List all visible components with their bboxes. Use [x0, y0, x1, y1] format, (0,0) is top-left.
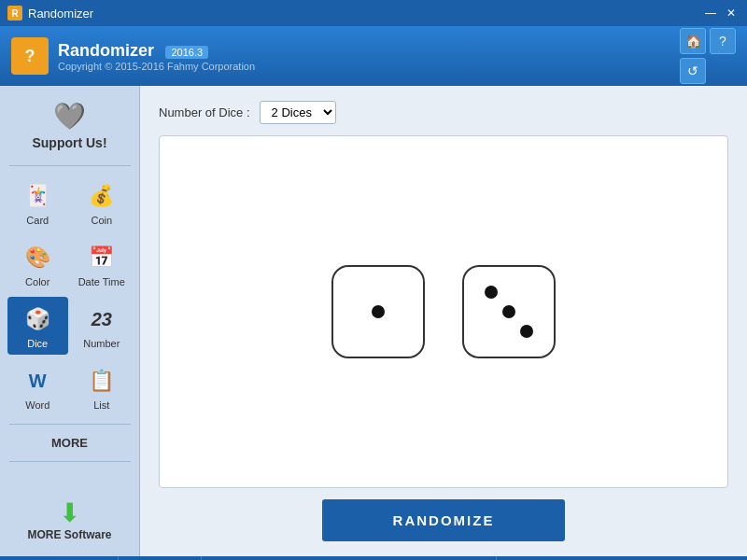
sidebar-grid: 🃏 Card 💰 Coin 🎨 Color 📅 Date Time 🎲 Dic	[0, 170, 139, 420]
header-title-row: Randomizer 2016.3	[58, 41, 255, 61]
dice-icon: 🎲	[21, 302, 54, 336]
dice-select[interactable]: 1 Dice 2 Dices 3 Dices 4 Dices 5 Dices	[260, 101, 336, 124]
heart-icon: 🩶	[32, 101, 106, 132]
dice-controls: Number of Dice : 1 Dice 2 Dices 3 Dices …	[159, 101, 728, 124]
sidebar-item-dice[interactable]: 🎲 Dice	[7, 297, 68, 355]
word-icon: W	[21, 364, 54, 398]
word-label: Word	[25, 399, 49, 411]
more-button[interactable]: MORE	[14, 432, 126, 454]
die1-dot1	[372, 305, 385, 318]
memory-status: Memory Usage : 52%	[0, 556, 119, 560]
app-icon: R	[7, 6, 22, 21]
randomize-button[interactable]: RANDOMIZE	[322, 499, 565, 541]
support-text: Support Us!	[32, 135, 106, 150]
sidebar-item-word[interactable]: W Word	[7, 358, 68, 416]
die2-dot3	[520, 325, 533, 338]
list-icon: 📋	[85, 364, 119, 398]
main-layout: 🩶 Support Us! 🃏 Card 💰 Coin 🎨 Color 📅	[0, 86, 747, 556]
sidebar-divider-1	[9, 165, 131, 166]
home-button[interactable]: 🏠	[680, 28, 706, 54]
datetime-icon: 📅	[85, 241, 119, 274]
header-right: 🏠 ? ↺	[680, 28, 736, 84]
card-icon: 🃏	[21, 179, 54, 213]
title-bar-text: Randomizer	[28, 7, 93, 21]
sidebar: 🩶 Support Us! 🃏 Card 💰 Coin 🎨 Color 📅	[0, 86, 140, 556]
sidebar-divider-2	[9, 424, 131, 425]
sidebar-item-datetime[interactable]: 📅 Date Time	[72, 235, 133, 293]
color-icon: 🎨	[21, 241, 54, 274]
header-buttons-2: ↺	[680, 58, 736, 84]
content-area: Number of Dice : 1 Dice 2 Dices 3 Dices …	[140, 86, 747, 556]
more-software-button[interactable]: ⬇ MORE Software	[27, 490, 111, 549]
window-controls: — ✕	[702, 5, 740, 21]
list-label: List	[93, 399, 109, 411]
power-status: Power : 100%	[119, 556, 202, 560]
number-icon: 23	[85, 302, 119, 336]
die-1	[331, 265, 425, 358]
title-bar: R Randomizer — ✕	[0, 0, 747, 26]
minimize-button[interactable]: —	[702, 5, 719, 21]
website-link[interactable]: http://FCorp.rajahost.biz	[619, 556, 747, 560]
card-label: Card	[26, 215, 49, 226]
header-info: Randomizer 2016.3 Copyright © 2015-2016 …	[58, 41, 255, 72]
sidebar-item-list[interactable]: 📋 List	[72, 358, 133, 416]
help-button[interactable]: ?	[710, 28, 736, 54]
header-left: ? Randomizer 2016.3 Copyright © 2015-201…	[11, 37, 255, 75]
app-logo: ?	[11, 37, 49, 75]
status-bar: Memory Usage : 52% Power : 100% System U…	[0, 556, 747, 560]
refresh-button[interactable]: ↺	[680, 58, 706, 84]
number-of-dice-label: Number of Dice :	[159, 105, 250, 119]
sidebar-item-number[interactable]: 23 Number	[72, 297, 133, 355]
more-software-text: MORE Software	[27, 528, 111, 541]
sidebar-item-coin[interactable]: 💰 Coin	[72, 174, 133, 231]
color-label: Color	[25, 276, 49, 287]
header-copyright: Copyright © 2015-2016 Fahmy Corporation	[58, 61, 255, 72]
header-buttons: 🏠 ?	[680, 28, 736, 54]
sidebar-divider-3	[9, 461, 131, 462]
die2-dot1	[485, 286, 498, 299]
uptime-status: System Uptime : 0 Day(s) 0 Hour(s) 5 Min…	[202, 556, 497, 560]
dice-label: Dice	[27, 338, 48, 349]
download-icon: ⬇	[59, 497, 80, 528]
app-header: ? Randomizer 2016.3 Copyright © 2015-201…	[0, 26, 747, 86]
die2-dot2	[502, 305, 515, 318]
close-button[interactable]: ✕	[723, 5, 740, 21]
sidebar-item-card[interactable]: 🃏 Card	[7, 174, 68, 231]
support-us-button[interactable]: 🩶 Support Us!	[32, 93, 106, 161]
die-2	[462, 265, 556, 358]
coin-label: Coin	[91, 215, 112, 226]
datetime-label: Date Time	[78, 276, 125, 287]
header-title: Randomizer	[58, 41, 154, 60]
sidebar-item-color[interactable]: 🎨 Color	[7, 235, 68, 293]
header-version: 2016.3	[165, 46, 208, 59]
dice-canvas	[159, 135, 728, 488]
coin-icon: 💰	[85, 179, 119, 213]
number-label: Number	[83, 338, 120, 349]
